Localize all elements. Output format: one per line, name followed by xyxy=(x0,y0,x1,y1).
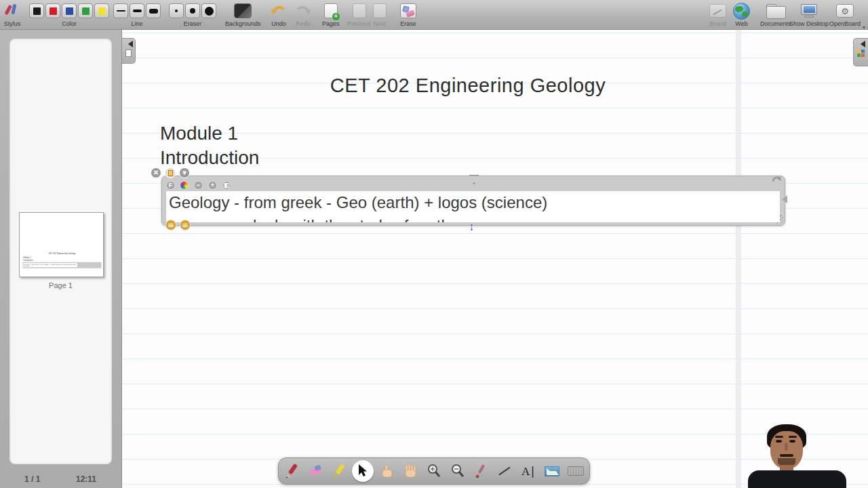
laser-pointer-tool[interactable] xyxy=(471,460,492,483)
line-thick-button[interactable] xyxy=(146,3,161,18)
board-canvas[interactable]: CET 202 Engineering Geology Module 1 Int… xyxy=(122,30,868,488)
draw-line-tool[interactable] xyxy=(494,460,515,483)
collapse-left-icon xyxy=(125,41,133,47)
capture-icon xyxy=(545,466,559,476)
module-heading-text[interactable]: Module 1 xyxy=(160,123,238,144)
pages-label: Pages xyxy=(322,20,340,27)
eraser-large-button[interactable] xyxy=(201,3,216,18)
backgrounds-icon xyxy=(234,3,252,18)
zoom-in-tool[interactable] xyxy=(424,460,444,483)
text-item-selection-frame[interactable]: ✕ ▾ F − + ◧ ▾ Geology - from greek - Geo… xyxy=(161,176,785,226)
left-drawer-collapse-tab[interactable] xyxy=(122,38,136,64)
line-label: Line xyxy=(131,20,142,27)
zoom-out-tool[interactable] xyxy=(448,460,468,483)
text-color-button[interactable] xyxy=(180,181,189,190)
documents-mode-button[interactable]: Documents xyxy=(760,2,791,27)
color-yellow-button[interactable] xyxy=(94,3,109,18)
next-icon xyxy=(373,3,387,18)
erase-icon xyxy=(400,3,416,18)
backgrounds-button[interactable]: Backgrounds xyxy=(225,2,261,27)
undo-icon xyxy=(270,2,288,20)
pointing-hand-icon xyxy=(379,464,394,479)
eraser-small-button[interactable] xyxy=(169,3,184,18)
presenter-webcam-overlay xyxy=(748,420,846,488)
eraser-label: Eraser xyxy=(184,20,202,27)
highlighter-icon xyxy=(332,463,347,479)
web-label: Web xyxy=(735,20,747,27)
pen-icon xyxy=(285,463,300,479)
top-resize-handle[interactable]: ▾ xyxy=(468,175,480,180)
eraser-tool-group: Eraser xyxy=(168,2,217,27)
increase-font-button[interactable]: + xyxy=(208,181,217,190)
pan-tool[interactable] xyxy=(400,460,420,483)
library-drawer-icon xyxy=(857,49,865,57)
line-thin-button[interactable] xyxy=(113,3,128,18)
expand-right-icon xyxy=(857,41,865,47)
erase-button[interactable]: Erase xyxy=(400,2,416,27)
color-black-button[interactable] xyxy=(29,3,44,18)
board-icon xyxy=(709,4,726,18)
previous-icon xyxy=(353,3,366,18)
interact-tool[interactable] xyxy=(376,460,397,483)
right-drawer-expand-tab[interactable] xyxy=(853,38,868,66)
openboard-gear-icon: ⚙ xyxy=(836,4,854,18)
highlighter-tool[interactable] xyxy=(330,460,350,483)
eraser-medium-button[interactable] xyxy=(185,3,200,18)
openboard-menu-button[interactable]: ⚙ OpenBoard xyxy=(829,2,861,27)
board-mode-button[interactable]: Board xyxy=(709,2,726,27)
text-code-button[interactable]: ◧ xyxy=(222,181,231,190)
previous-page-button[interactable]: Previous xyxy=(347,2,371,27)
duplicate-item-button[interactable] xyxy=(165,167,176,178)
thumbnail-list[interactable]: CET 202 Engineering Geology Module 1 Int… xyxy=(9,39,112,464)
keyboard-icon xyxy=(568,466,584,476)
documents-folder-icon xyxy=(766,4,785,18)
presenter-shoulders xyxy=(748,470,846,488)
rotate-handle[interactable] xyxy=(771,175,782,187)
open-hand-icon xyxy=(403,464,418,479)
eraser-tool[interactable] xyxy=(306,460,326,483)
text-item-content[interactable]: Geology - from greek - Geo (earth) + log… xyxy=(166,191,780,222)
module-subheading-text[interactable]: Introduction xyxy=(160,147,259,169)
annotate-pen-tool[interactable] xyxy=(282,460,302,483)
pages-icon: + xyxy=(324,3,338,18)
next-page-button[interactable]: Next xyxy=(373,2,387,27)
item-menu-button[interactable]: ▾ xyxy=(179,167,190,178)
line-medium-button[interactable] xyxy=(130,3,144,18)
clock: 12:11 xyxy=(76,474,96,484)
virtual-keyboard-tool[interactable] xyxy=(566,460,586,483)
next-label: Next xyxy=(374,20,387,27)
toolbar-overflow-caret[interactable]: ▾ xyxy=(863,24,865,30)
color-green-button[interactable] xyxy=(78,3,93,18)
board-title-text[interactable]: CET 202 Engineering Geology xyxy=(271,75,665,97)
color-blue-button[interactable] xyxy=(62,3,77,18)
eraser-icon xyxy=(308,464,324,479)
web-mode-button[interactable]: Web xyxy=(733,2,750,27)
zoom-in-icon xyxy=(427,464,441,479)
line-icon xyxy=(499,466,511,475)
page-1-thumbnail[interactable]: CET 202 Engineering Geology Module 1 Int… xyxy=(19,212,104,277)
bring-forward-button[interactable] xyxy=(180,220,191,230)
stylus-tool-palette: A∣ xyxy=(278,458,590,485)
show-desktop-label: Show Desktop xyxy=(789,20,829,27)
erase-label: Erase xyxy=(400,20,416,27)
font-button[interactable]: F xyxy=(166,181,175,190)
send-backward-button[interactable] xyxy=(165,220,176,230)
show-desktop-button[interactable]: Show Desktop xyxy=(789,2,829,27)
stylus-tool-group[interactable]: Stylus xyxy=(3,2,22,27)
text-tool-icon: A∣ xyxy=(521,464,536,479)
stylus-icon xyxy=(3,2,22,20)
openboard-label: OpenBoard xyxy=(829,20,861,27)
redo-button[interactable]: Redo xyxy=(294,2,312,27)
selector-tool[interactable] xyxy=(353,460,373,483)
vertical-resize-cursor[interactable]: ↕ xyxy=(469,220,475,234)
color-red-button[interactable] xyxy=(45,3,60,18)
undo-label: Undo xyxy=(271,20,286,27)
delete-item-button[interactable]: ✕ xyxy=(151,167,161,178)
decrease-font-button[interactable]: − xyxy=(194,181,203,190)
write-text-tool[interactable]: A∣ xyxy=(518,460,538,483)
capture-tool[interactable] xyxy=(542,460,562,483)
page-indicator: 1 / 1 xyxy=(24,474,40,484)
page-thumbnail-panel: CET 202 Engineering Geology Module 1 Int… xyxy=(0,30,122,488)
undo-button[interactable]: Undo xyxy=(270,2,288,27)
pages-button[interactable]: + Pages xyxy=(322,2,340,27)
